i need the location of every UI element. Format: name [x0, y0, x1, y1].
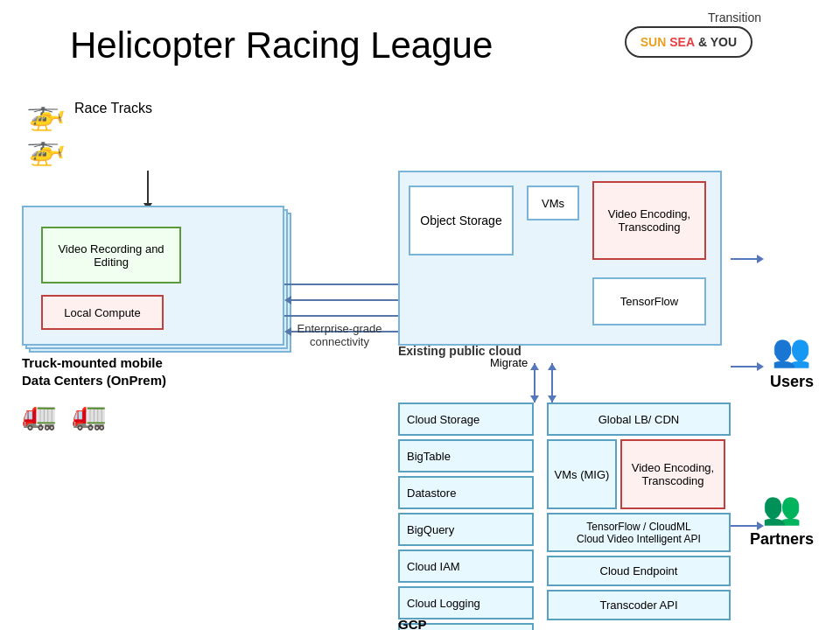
tensorflow-existing: TensorFlow	[592, 277, 706, 326]
cloud-storage-box: Cloud Storage	[398, 402, 534, 436]
partners-icon: 👥	[762, 490, 802, 527]
partners-section: 👥 Partners	[750, 490, 814, 549]
tensorflow-gcp-box: TensorFlow / CloudML Cloud Video Intelli…	[547, 513, 731, 552]
cloud-logo: SUN SEA & YOU	[625, 26, 752, 58]
arrow-line-left	[291, 299, 407, 301]
arrow-line-2	[284, 315, 400, 317]
arrow-left-1	[284, 296, 407, 304]
heli-down-arrow	[147, 171, 149, 210]
vms-mig-row: VMs (MIG) Video Encoding, Transcoding	[547, 439, 739, 509]
arrow-head-left	[284, 296, 291, 304]
gcp-label: GCP	[398, 617, 427, 630]
helicopter-area: 🚁 🚁	[26, 96, 66, 165]
users-icon: 👥	[772, 332, 811, 369]
existing-cloud-box: Object Storage VMs Video Encoding, Trans…	[398, 171, 722, 346]
tensorflow-cloudml-text: TensorFlow / CloudML Cloud Video Intelli…	[577, 521, 701, 545]
onprem-label-line2: Data Centers (OnPrem)	[22, 373, 166, 388]
migrate-label: Migrate	[490, 356, 528, 369]
cloud-sun: SUN	[640, 35, 667, 49]
cloud-iam-box: Cloud IAM	[398, 550, 534, 583]
gcp-right-column: Global LB/ CDN VMs (MIG) Video Encoding,…	[547, 402, 739, 620]
truck-icon-2: 🚛	[72, 399, 110, 430]
migrate-arrow-1	[534, 363, 536, 402]
transcoder-api-box: Transcoder API	[547, 590, 731, 620]
connectivity-label: Enterprise-gradeconnectivity	[278, 322, 401, 348]
object-storage-box: Object Storage	[409, 186, 514, 256]
video-recording-box: Video Recording and Editing	[41, 227, 181, 284]
helicopter-icon-2: 🚁	[26, 131, 66, 166]
truck-icon-1: 🚛	[22, 399, 60, 430]
arrow-line	[284, 284, 400, 285]
users-label: Users	[770, 373, 814, 391]
vms-mig-box: VMs (MIG)	[547, 439, 617, 509]
global-lb-box: Global LB/ CDN	[547, 402, 731, 436]
transition-cloud: Transition SUN SEA & YOU	[625, 26, 752, 58]
video-encoding-existing: Video Encoding, Transcoding	[592, 181, 706, 260]
vms-box-existing: VMs	[527, 186, 579, 220]
onprem-label-line1: Truck-mounted mobile	[22, 355, 163, 370]
onprem-main: Video Recording and Editing Local Comput…	[22, 206, 284, 346]
cloud-logging-box: Cloud Logging	[398, 586, 534, 620]
arrow-existing-to-users	[731, 258, 757, 260]
local-compute-box: Local Compute	[41, 295, 164, 330]
helicopter-icon-1: 🚁	[26, 96, 66, 131]
arrow-right-2	[284, 312, 407, 320]
trucks-area: 🚛 🚛	[22, 398, 110, 431]
onprem-label: Truck-mounted mobile Data Centers (OnPre…	[22, 354, 166, 388]
users-section: 👥 Users	[770, 332, 814, 391]
race-tracks-label: Race Tracks	[74, 101, 152, 116]
cloud-sea: SEA	[669, 35, 695, 49]
arrow-gcp-to-users	[731, 366, 757, 368]
page-title: Helicopter Racing League	[70, 24, 493, 66]
datastore-box: Datastore	[398, 476, 534, 509]
bigtable-box: BigTable	[398, 439, 534, 472]
partners-label: Partners	[750, 530, 814, 549]
cloud-endpoint-box: Cloud Endpoint	[547, 556, 731, 586]
migrate-arrow-2	[551, 363, 553, 402]
arrow-right-1	[284, 280, 407, 289]
cloud-you: & YOU	[698, 35, 737, 49]
gcp-left-column: Cloud Storage BigTable Datastore BigQuer…	[398, 402, 538, 630]
video-encoding-gcp: Video Encoding, Transcoding	[620, 439, 725, 509]
bigquery-box: BigQuery	[398, 513, 534, 546]
